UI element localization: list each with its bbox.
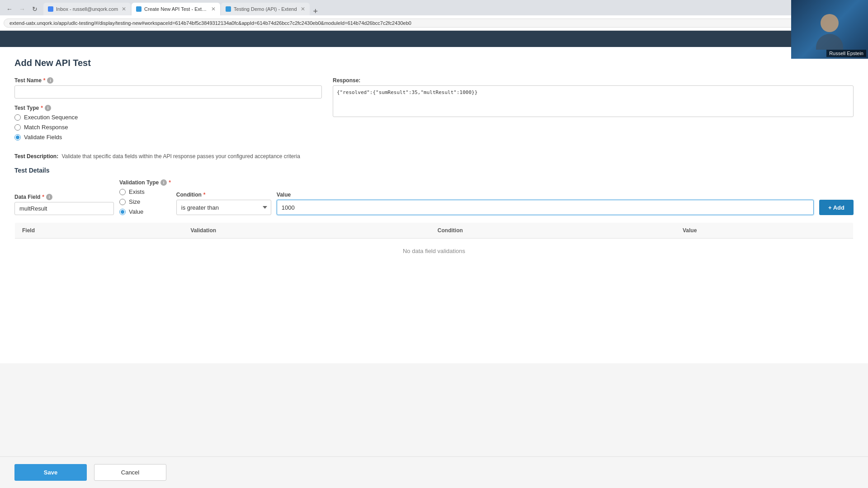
data-field-label: Data Field * i (14, 194, 114, 200)
test-description-prefix: Test Description: (14, 153, 58, 160)
webcam-background: Russell Epstein (791, 0, 868, 59)
top-form-row: Test Name * i Test Type * i Execution Se… (14, 77, 854, 146)
person-silhouette (816, 14, 843, 50)
data-field-group: Data Field * i (14, 194, 114, 215)
response-textarea[interactable]: {"resolved":{"sumResult":35,"multResult"… (333, 85, 854, 117)
radio-validate-fields[interactable]: Validate Fields (14, 134, 322, 141)
table-col-validation: Validation (183, 223, 430, 239)
browser-chrome: ← → ↻ Inbox - russell@unqork.com ✕ Creat… (0, 0, 868, 31)
value-group: Value (277, 192, 814, 215)
radio-exists-input[interactable] (119, 189, 126, 195)
tabs-container: Inbox - russell@unqork.com ✕ Create New … (43, 3, 864, 15)
info-icon-testname: i (47, 77, 53, 84)
radio-value-label: Value (129, 208, 143, 215)
validation-config-row: Data Field * i Validation Type i * Exist… (14, 179, 854, 215)
refresh-button[interactable]: ↻ (29, 3, 41, 15)
response-col: Response: {"resolved":{"sumResult":35,"m… (333, 77, 854, 118)
radio-size-input[interactable] (119, 199, 126, 205)
browser-tab-inbox[interactable]: Inbox - russell@unqork.com ✕ (43, 3, 131, 15)
table-col-value: Value (675, 223, 854, 239)
validation-type-label: Validation Type i * (119, 179, 171, 186)
test-description: Test Description: Validate that specific… (14, 153, 854, 160)
tab-close-inbox[interactable]: ✕ (122, 6, 126, 12)
table-header-row: Field Validation Condition Value (15, 223, 854, 239)
add-button[interactable]: + Add (819, 200, 854, 215)
back-button[interactable]: ← (4, 3, 15, 15)
radio-validate-fields-input[interactable] (14, 134, 21, 141)
radio-match-response-label: Match Response (24, 124, 68, 131)
required-star-vt: * (169, 179, 171, 186)
required-star-cond: * (203, 192, 206, 198)
app-topbar (0, 31, 868, 47)
tab-label-inbox: Inbox - russell@unqork.com (56, 6, 118, 12)
head-shape (821, 14, 839, 32)
radio-match-response[interactable]: Match Response (14, 124, 322, 131)
radio-value[interactable]: Value (119, 208, 171, 215)
required-star: * (43, 77, 46, 84)
address-input[interactable] (4, 19, 864, 28)
info-icon-df: i (46, 194, 52, 200)
add-button-label: + Add (828, 204, 844, 211)
required-star-df: * (42, 194, 44, 200)
browser-tab-create-api[interactable]: Create New API Test - Extend ✕ (132, 3, 220, 15)
condition-group: Condition * is greater than is less than… (176, 192, 271, 215)
radio-size[interactable]: Size (119, 198, 171, 205)
main-content: Add New API Test Test Name * i Test Type… (0, 47, 868, 363)
radio-exists-label: Exists (129, 188, 145, 195)
radio-size-label: Size (129, 198, 140, 205)
required-star-type: * (41, 105, 43, 111)
value-label: Value (277, 192, 814, 198)
body-shape (816, 34, 843, 50)
radio-execution-sequence-input[interactable] (14, 114, 21, 121)
data-field-input[interactable] (14, 202, 114, 215)
radio-group-test-type: Execution Sequence Match Response Valida… (14, 114, 322, 141)
forward-button[interactable]: → (16, 3, 28, 15)
radio-execution-sequence-label: Execution Sequence (24, 114, 78, 121)
tab-favicon-inbox (48, 6, 53, 12)
test-name-label: Test Name * i (14, 77, 322, 84)
left-form-col: Test Name * i Test Type * i Execution Se… (14, 77, 322, 146)
table-no-data-row: No data field validations (15, 239, 854, 264)
new-tab-button[interactable]: + (311, 7, 321, 15)
browser-tab-testing-demo[interactable]: Testing Demo (API) - Extend ✕ (221, 3, 309, 15)
address-bar-row (0, 15, 868, 31)
tab-close-create[interactable]: ✕ (211, 6, 216, 12)
tab-favicon-create (136, 6, 142, 12)
table-col-condition: Condition (430, 223, 675, 239)
table-no-data-cell: No data field validations (15, 239, 854, 264)
webcam-overlay: Russell Epstein (791, 0, 868, 59)
tab-favicon-demo (226, 6, 231, 12)
response-label: Response: (333, 77, 854, 84)
info-icon-vt: i (160, 179, 167, 186)
browser-nav-buttons: ← → ↻ (4, 3, 41, 15)
condition-select[interactable]: is greater than is less than equals does… (176, 200, 271, 215)
validation-type-group: Validation Type i * Exists Size (119, 179, 171, 215)
radio-match-response-input[interactable] (14, 124, 21, 131)
info-icon-testtype: i (45, 105, 51, 111)
test-name-input[interactable] (14, 85, 322, 99)
condition-label: Condition * (176, 192, 271, 198)
test-type-group: Test Type * i Execution Sequence Match R… (14, 105, 322, 141)
test-details-title: Test Details (14, 167, 854, 174)
validation-radio-group: Exists Size Value (119, 188, 171, 215)
page-title: Add New API Test (14, 58, 854, 68)
test-name-group: Test Name * i (14, 77, 322, 99)
test-description-text: Validate that specific data fields withi… (61, 153, 300, 160)
radio-exists[interactable]: Exists (119, 188, 171, 195)
tab-close-demo[interactable]: ✕ (301, 6, 305, 12)
value-input[interactable] (277, 200, 814, 215)
test-type-label: Test Type * i (14, 105, 322, 111)
table-col-field: Field (15, 223, 184, 239)
data-table: Field Validation Condition Value No data… (14, 222, 854, 264)
tab-label-create: Create New API Test - Extend (144, 6, 208, 12)
radio-validate-fields-label: Validate Fields (24, 134, 62, 141)
tab-label-demo: Testing Demo (API) - Extend (234, 6, 297, 12)
radio-value-input[interactable] (119, 209, 126, 215)
radio-execution-sequence[interactable]: Execution Sequence (14, 114, 322, 121)
test-details-section: Test Details Data Field * i Validation T… (14, 167, 854, 264)
webcam-name-badge: Russell Epstein (826, 50, 866, 57)
